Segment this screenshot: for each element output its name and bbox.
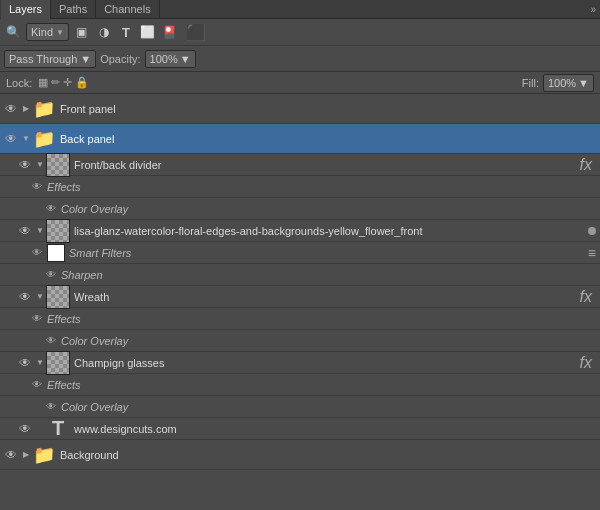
layer-name: Front panel bbox=[60, 103, 600, 115]
tab-expand-icon[interactable]: » bbox=[586, 4, 600, 15]
lock-row: Lock: ▦ ✏ ✛ 🔒 Fill: 100% ▼ bbox=[0, 72, 600, 94]
opacity-value[interactable]: 100% ▼ bbox=[145, 50, 196, 68]
fill-label: Fill: bbox=[522, 77, 539, 89]
kind-arrow-icon: ▼ bbox=[56, 28, 64, 37]
eye-icon[interactable]: 👁 bbox=[2, 440, 20, 469]
sub-effects-wreath[interactable]: 👁 Effects bbox=[0, 308, 600, 330]
small-eye-icon[interactable]: 👁 bbox=[30, 246, 44, 260]
layer-thumb-folder: 📁 bbox=[32, 443, 56, 467]
fx-badge-area: fx bbox=[580, 156, 596, 174]
layer-thumb-smart bbox=[46, 285, 70, 309]
layer-name: Background bbox=[60, 449, 600, 461]
layer-row-wreath[interactable]: 👁 ▼ Wreath fx bbox=[0, 286, 600, 308]
layer-thumb-smart bbox=[46, 219, 70, 243]
layer-name: Front/back divider bbox=[74, 159, 580, 171]
sub-effects-champign[interactable]: 👁 Effects bbox=[0, 374, 600, 396]
lock-checkerboard-icon[interactable]: ▦ bbox=[38, 76, 48, 89]
effects-label: Effects bbox=[47, 181, 81, 193]
small-eye-icon[interactable]: 👁 bbox=[44, 268, 58, 282]
small-eye-icon[interactable]: 👁 bbox=[44, 202, 58, 216]
pixel-filter-icon[interactable]: ▣ bbox=[73, 23, 91, 41]
expand-arrow-icon[interactable]: ▼ bbox=[34, 154, 46, 175]
layer-row-yellow-flower[interactable]: 👁 ▼ lisa-glanz-watercolor-floral-edges-a… bbox=[0, 220, 600, 242]
color-overlay-label: Color Overlay bbox=[61, 401, 128, 413]
opacity-row: Opacity: 100% ▼ bbox=[100, 50, 195, 68]
eye-icon[interactable]: 👁 bbox=[16, 418, 34, 439]
eye-icon[interactable]: 👁 bbox=[16, 286, 34, 307]
lock-all-icon[interactable]: 🔒 bbox=[75, 76, 89, 89]
layer-thumb-smart bbox=[46, 153, 70, 177]
layer-name: lisa-glanz-watercolor-floral-edges-and-b… bbox=[74, 225, 588, 237]
lock-icons: ▦ ✏ ✛ 🔒 bbox=[38, 76, 89, 89]
eye-icon[interactable]: 👁 bbox=[16, 220, 34, 241]
eye-icon[interactable]: 👁 bbox=[2, 94, 20, 123]
sub-color-overlay-champign[interactable]: 👁 Color Overlay bbox=[0, 396, 600, 418]
type-filter-icon[interactable]: T bbox=[117, 23, 135, 41]
expand-arrow-icon[interactable]: ▼ bbox=[34, 286, 46, 307]
fx-badge-area-champign: fx bbox=[580, 354, 596, 372]
layer-thumb-folder: 📁 bbox=[32, 127, 56, 151]
kind-select[interactable]: Kind ▼ bbox=[26, 23, 69, 41]
sub-color-overlay-wreath[interactable]: 👁 Color Overlay bbox=[0, 330, 600, 352]
layer-thumb-smart bbox=[46, 351, 70, 375]
smart-filter-icon[interactable]: 🎴 bbox=[161, 23, 179, 41]
expand-arrow-icon[interactable]: ▼ bbox=[34, 352, 46, 373]
eye-icon[interactable]: 👁 bbox=[2, 124, 20, 153]
eye-icon[interactable]: 👁 bbox=[16, 154, 34, 175]
layer-name: Wreath bbox=[74, 291, 580, 303]
tab-paths[interactable]: Paths bbox=[51, 0, 96, 19]
smart-filters-label: Smart Filters bbox=[69, 247, 131, 259]
pass-through-select[interactable]: Pass Through ▼ bbox=[4, 50, 96, 68]
filter-toggle[interactable]: ⬛ bbox=[187, 23, 205, 41]
fx-icon: fx bbox=[580, 156, 592, 174]
adjustment-filter-icon[interactable]: ◑ bbox=[95, 23, 113, 41]
expand-arrow-icon[interactable]: ▶ bbox=[20, 440, 32, 469]
color-overlay-label: Color Overlay bbox=[61, 203, 128, 215]
dot-badge-area bbox=[588, 227, 596, 235]
effects-label: Effects bbox=[47, 379, 81, 391]
sub-color-overlay-divider[interactable]: 👁 Color Overlay bbox=[0, 198, 600, 220]
fill-value[interactable]: 100% ▼ bbox=[543, 74, 594, 92]
opacity-arrow-icon: ▼ bbox=[180, 53, 191, 65]
kind-row: 🔍 Kind ▼ ▣ ◑ T ⬜ 🎴 ⬛ bbox=[0, 19, 600, 45]
color-overlay-label: Color Overlay bbox=[61, 335, 128, 347]
tab-channels[interactable]: Channels bbox=[96, 0, 159, 19]
lock-position-icon[interactable]: ✛ bbox=[63, 76, 72, 89]
small-eye-icon[interactable]: 👁 bbox=[44, 400, 58, 414]
sub-smart-filters[interactable]: 👁 Smart Filters ≡ bbox=[0, 242, 600, 264]
layer-row-champign[interactable]: 👁 ▼ Champign glasses fx bbox=[0, 352, 600, 374]
tab-layers[interactable]: Layers bbox=[1, 0, 51, 19]
small-eye-icon[interactable]: 👁 bbox=[30, 180, 44, 194]
layer-list: 👁 ▶ 📁 Front panel 👁 ▼ 📁 Back panel 👁 ▼ F… bbox=[0, 94, 600, 510]
layer-row-divider[interactable]: 👁 ▼ Front/back divider fx bbox=[0, 154, 600, 176]
layer-row-background[interactable]: 👁 ▶ 📁 Background bbox=[0, 440, 600, 470]
fx-icon: fx bbox=[580, 288, 592, 306]
blend-row: Pass Through ▼ Opacity: 100% ▼ bbox=[0, 45, 600, 71]
opacity-label: Opacity: bbox=[100, 53, 140, 65]
small-eye-icon[interactable]: 👁 bbox=[30, 378, 44, 392]
fill-section: Fill: 100% ▼ bbox=[522, 74, 594, 92]
tab-bar: Layers Paths Channels » bbox=[0, 0, 600, 19]
toolbar: 🔍 Kind ▼ ▣ ◑ T ⬜ 🎴 ⬛ Pass Through ▼ Opac… bbox=[0, 19, 600, 72]
small-eye-icon[interactable]: 👁 bbox=[30, 312, 44, 326]
layer-row-back-panel[interactable]: 👁 ▼ 📁 Back panel bbox=[0, 124, 600, 154]
eye-icon[interactable]: 👁 bbox=[16, 352, 34, 373]
layer-name: Champign glasses bbox=[74, 357, 580, 369]
blend-arrow-icon: ▼ bbox=[80, 53, 91, 65]
effects-label: Effects bbox=[47, 313, 81, 325]
shape-filter-icon[interactable]: ⬜ bbox=[139, 23, 157, 41]
sub-sharpen[interactable]: 👁 Sharpen bbox=[0, 264, 600, 286]
fx-badge-area-wreath: fx bbox=[580, 288, 596, 306]
layer-row-front-panel[interactable]: 👁 ▶ 📁 Front panel bbox=[0, 94, 600, 124]
dot-badge bbox=[588, 227, 596, 235]
fill-arrow-icon: ▼ bbox=[578, 77, 589, 89]
expand-arrow-icon[interactable]: ▼ bbox=[20, 124, 32, 153]
layer-row-designcuts[interactable]: 👁 ▶ T www.designcuts.com bbox=[0, 418, 600, 440]
expand-arrow-icon[interactable]: ▼ bbox=[34, 220, 46, 241]
small-eye-icon[interactable]: 👁 bbox=[44, 334, 58, 348]
white-box-thumb bbox=[47, 244, 65, 262]
expand-arrow-icon[interactable]: ▶ bbox=[20, 94, 32, 123]
layer-name: Back panel bbox=[60, 133, 600, 145]
sub-effects-divider[interactable]: 👁 Effects bbox=[0, 176, 600, 198]
lock-brush-icon[interactable]: ✏ bbox=[51, 76, 60, 89]
